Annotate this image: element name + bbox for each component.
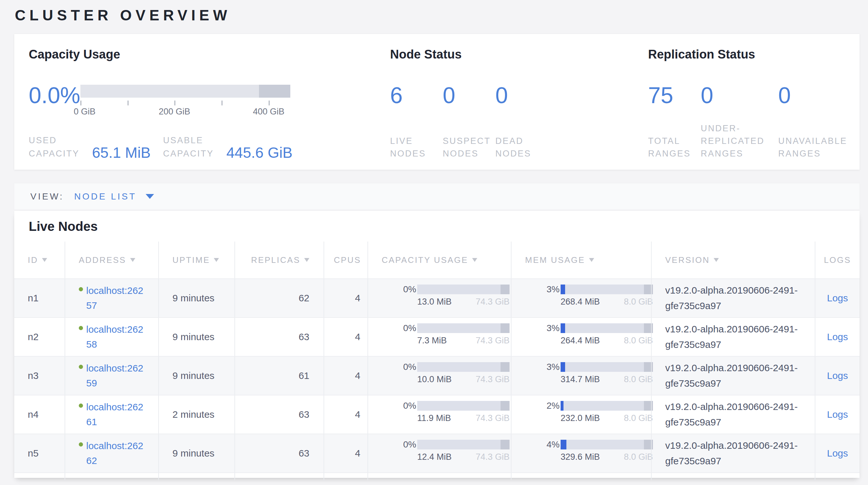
node-mem-usage: 3% 268.4 MiB8.0 GiB <box>511 279 651 317</box>
node-address-link[interactable]: localhost:26259 <box>86 361 148 391</box>
logs-link[interactable]: Logs <box>827 409 848 420</box>
capacity-total: 74.3 GiB <box>476 297 509 307</box>
axis-label-400gib: 400 GiB <box>253 107 284 117</box>
mem-bar <box>561 401 653 411</box>
view-label: VIEW: <box>30 192 64 202</box>
node-cpus: 4 <box>323 318 368 356</box>
node-mem-usage: 3% 314.7 MiB8.0 GiB <box>511 356 651 395</box>
capacity-total: 74.3 GiB <box>476 452 509 462</box>
node-live-status-icon <box>79 287 83 291</box>
replication-status-section: Replication Status 75 TOTAL RANGES 0 UND… <box>648 34 855 170</box>
sort-desc-icon[interactable] <box>42 258 47 262</box>
capacity-used: 11.9 MiB <box>417 413 451 423</box>
capacity-percent: 0% <box>382 401 417 411</box>
logs-link[interactable]: Logs <box>827 370 848 381</box>
usable-capacity-label: USABLE CAPACITY <box>163 134 221 160</box>
dead-nodes-stat: 0 DEAD NODES <box>495 84 560 160</box>
logs-link[interactable]: Logs <box>827 293 848 304</box>
column-header-uptime[interactable]: UPTIME <box>158 241 235 278</box>
column-header-capacity-usage[interactable]: CAPACITY USAGE <box>368 241 511 278</box>
column-header-version[interactable]: VERSION <box>651 241 815 278</box>
mem-bar <box>561 440 653 450</box>
chevron-down-icon[interactable] <box>146 194 154 199</box>
capacity-total: 74.3 GiB <box>476 413 509 423</box>
sort-desc-icon[interactable] <box>130 258 135 262</box>
node-uptime: 9 minutes <box>158 279 235 317</box>
capacity-percent: 0% <box>382 439 417 450</box>
logs-link[interactable]: Logs <box>827 448 848 459</box>
capacity-gauge-bar <box>81 85 290 98</box>
usable-capacity-stat: USABLE CAPACITY 445.6 GiB <box>163 134 292 160</box>
suspect-nodes-label: SUSPECT NODES <box>443 135 491 160</box>
capacity-bar <box>417 440 509 450</box>
node-uptime: 9 minutes <box>158 318 235 356</box>
capacity-used-percent: 0.0% <box>29 84 81 116</box>
sort-desc-icon[interactable] <box>472 258 477 262</box>
node-address-link[interactable]: localhost:26261 <box>86 400 148 430</box>
node-cpus: 4 <box>323 434 368 473</box>
node-live-status-icon <box>79 326 83 330</box>
node-address-link[interactable]: localhost:26258 <box>86 322 148 352</box>
capacity-used: 13.0 MiB <box>417 297 452 307</box>
column-header-replicas[interactable]: REPLICAS <box>235 241 323 278</box>
capacity-total: 74.3 GiB <box>476 374 509 384</box>
used-capacity-stat: USED CAPACITY 65.1 MiB <box>29 134 163 160</box>
table-row: n5 localhost:26262 9 minutes 63 4 0% 12.… <box>14 434 860 473</box>
node-address-link[interactable]: localhost:26257 <box>86 283 148 313</box>
total-ranges-label: TOTAL RANGES <box>648 135 696 160</box>
node-address-cell: localhost:26257 <box>65 279 158 317</box>
total-ranges-stat: 75 TOTAL RANGES <box>648 84 701 160</box>
node-address-cell: localhost:26259 <box>65 356 158 395</box>
node-capacity-usage: 0% 12.4 MiB74.3 GiB <box>368 434 511 473</box>
capacity-percent: 0% <box>382 323 417 333</box>
live-nodes-table: ID ADDRESS UPTIME REPLICAS CPUS CAPACITY… <box>14 241 860 480</box>
column-header-mem-usage[interactable]: MEM USAGE <box>511 241 651 278</box>
table-row: n2 localhost:26258 9 minutes 63 4 0% 7.3… <box>14 317 860 356</box>
view-selector-bar: VIEW: NODE LIST <box>14 183 860 209</box>
capacity-percent: 0% <box>382 362 417 372</box>
mem-used: 232.0 MiB <box>561 413 600 423</box>
node-logs-cell: Logs <box>815 318 860 356</box>
node-uptime: 9 minutes <box>158 356 235 395</box>
node-version: v19.2.0-alpha.20190606-2491-gfe735c9a97 <box>651 434 815 473</box>
node-live-status-icon <box>79 442 83 447</box>
capacity-percent: 0% <box>382 284 417 294</box>
mem-percent: 4% <box>525 439 561 450</box>
live-nodes-value: 6 <box>390 84 443 107</box>
view-dropdown-selected[interactable]: NODE LIST <box>74 192 136 202</box>
table-row: n1 localhost:26257 9 minutes 62 4 0% 13.… <box>14 278 860 317</box>
capacity-gauge-end-segment <box>259 85 290 98</box>
sort-desc-icon[interactable] <box>214 258 219 262</box>
column-header-id[interactable]: ID <box>14 241 65 278</box>
suspect-nodes-stat: 0 SUSPECT NODES <box>443 84 495 160</box>
mem-bar <box>561 285 653 294</box>
column-header-cpus: CPUS <box>323 241 368 278</box>
suspect-nodes-value: 0 <box>443 84 495 107</box>
capacity-bar <box>417 401 509 411</box>
live-nodes-stat: 6 LIVE NODES <box>390 84 443 160</box>
node-version: v19.2.0-alpha.20190606-2491-gfe735c9a97 <box>651 356 815 395</box>
table-row: n4 localhost:26261 2 minutes 63 4 0% 11.… <box>14 395 860 434</box>
sort-desc-icon[interactable] <box>304 258 309 262</box>
mem-used: 314.7 MiB <box>561 374 600 384</box>
mem-percent: 3% <box>525 362 561 372</box>
node-address-cell: localhost:26261 <box>65 395 158 434</box>
mem-total: 8.0 GiB <box>624 413 653 423</box>
view-dropdown[interactable]: NODE LIST <box>74 192 154 202</box>
node-uptime: 2 minutes <box>158 395 235 434</box>
capacity-gauge: 0 GiB 200 GiB 400 GiB <box>81 85 290 116</box>
node-address-link[interactable]: localhost:26262 <box>86 438 148 468</box>
sort-desc-icon[interactable] <box>589 258 594 262</box>
logs-link[interactable]: Logs <box>827 332 848 342</box>
used-capacity-label: USED CAPACITY <box>29 134 87 160</box>
used-capacity-value: 65.1 MiB <box>92 144 151 161</box>
sort-desc-icon[interactable] <box>714 258 719 262</box>
column-header-address[interactable]: ADDRESS <box>65 241 158 278</box>
capacity-bar <box>417 362 509 372</box>
page-title: CLUSTER OVERVIEW <box>15 6 868 24</box>
cluster-summary-card: Capacity Usage 0.0% 0 GiB 200 GiB 400 Gi… <box>14 34 860 170</box>
node-capacity-usage: 0% 13.0 MiB74.3 GiB <box>368 279 511 317</box>
node-mem-usage: 4% 329.6 MiB8.0 GiB <box>511 434 651 473</box>
unavailable-ranges-value: 0 <box>778 84 862 107</box>
capacity-usage-heading: Capacity Usage <box>29 48 376 61</box>
